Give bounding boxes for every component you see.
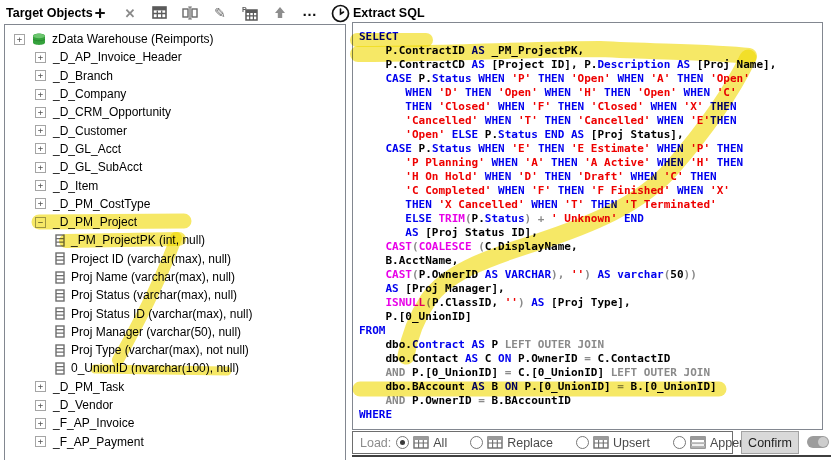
tree-item-proj[interactable]: Proj Status (varchar(max), null) xyxy=(5,286,345,304)
expand-icon[interactable]: + xyxy=(35,418,46,429)
expand-icon[interactable]: + xyxy=(35,381,46,392)
column-icon xyxy=(55,234,65,247)
tree-item-_d_pm_costtype[interactable]: +_D_PM_CostType xyxy=(5,195,345,213)
sql-line: 'P Planning' WHEN 'A' THEN 'A Active' WH… xyxy=(359,156,776,170)
sql-line: P.[0_UnionID] xyxy=(359,310,776,324)
expand-icon[interactable]: + xyxy=(35,180,46,191)
tree-item-proj[interactable]: Proj Manager (varchar(50), null) xyxy=(5,323,345,341)
expand-icon[interactable]: + xyxy=(35,162,46,173)
tree-item-_d_pm_task[interactable]: +_D_PM_Task xyxy=(5,378,345,396)
sql-line: 'Cancelled' WHEN 'T' THEN 'Cancelled' WH… xyxy=(359,114,776,128)
tree-item-proj[interactable]: Proj Type (varchar(max), not null) xyxy=(5,341,345,359)
tree-item-label: 0_UnionID (nvarchar(100), null) xyxy=(71,361,239,375)
column-icon xyxy=(55,325,65,338)
tree-item-_d_vendor[interactable]: +_D_Vendor xyxy=(5,396,345,414)
expand-icon[interactable]: + xyxy=(35,107,46,118)
tree-item-label: Proj Status ID (varchar(max), null) xyxy=(71,307,252,321)
expand-icon[interactable]: + xyxy=(35,70,46,81)
tree-item-_d_gl_acct[interactable]: +_D_GL_Acct xyxy=(5,140,345,158)
sql-line: 'Open' ELSE P.Status END AS [Proj Status… xyxy=(359,128,776,142)
tree-item-label: _D_Customer xyxy=(53,124,127,138)
sql-line: AS [Proj Status ID], xyxy=(359,226,776,240)
column-icon xyxy=(55,344,65,357)
load-option-replace[interactable]: Replace xyxy=(470,436,553,450)
expand-icon[interactable]: + xyxy=(35,89,46,100)
radio-selected-icon[interactable] xyxy=(396,436,409,449)
tree-item-_f_ap_payment[interactable]: +_F_AP_Payment xyxy=(5,433,345,451)
confirm-toggle[interactable] xyxy=(807,436,829,448)
column-icon xyxy=(55,307,65,320)
extract-sql-title: Extract SQL xyxy=(353,6,425,20)
radio-icon[interactable] xyxy=(576,436,589,449)
tree-item-zdata[interactable]: +zData Warehouse (Reimports) xyxy=(5,30,345,48)
tree-item-_d_ap_invoice_header[interactable]: +_D_AP_Invoice_Header xyxy=(5,48,345,66)
more-button[interactable]: … xyxy=(300,3,320,23)
tree-item-label: _D_GL_SubAcct xyxy=(53,160,142,174)
tree-item-label: _D_Company xyxy=(53,87,126,101)
delete-icon: ✕ xyxy=(125,7,136,20)
expand-icon[interactable]: + xyxy=(35,436,46,447)
collapse-icon[interactable]: − xyxy=(35,217,46,228)
tree-item-project[interactable]: Project ID (varchar(max), null) xyxy=(5,250,345,268)
tree-item-_pm_projectpk[interactable]: _PM_ProjectPK (int, null) xyxy=(5,231,345,249)
upload-icon xyxy=(273,6,287,20)
tree-item-_d_company[interactable]: +_D_Company xyxy=(5,85,345,103)
tree-item-label: _D_PM_Project xyxy=(53,215,137,229)
toggle-knob xyxy=(818,437,828,447)
expand-icon[interactable]: + xyxy=(14,34,25,45)
tree-item-label: _D_PM_CostType xyxy=(53,197,150,211)
sql-line: dbo.Contact AS C ON P.OwnerID = C.Contac… xyxy=(359,352,776,366)
sql-line: CASE P.Status WHEN 'P' THEN 'Open' WHEN … xyxy=(359,72,776,86)
sql-line: 'C Completed' WHEN 'F' THEN 'F Finished'… xyxy=(359,184,776,198)
load-option-upsert[interactable]: Upsert xyxy=(576,436,650,450)
tree-item-_d_crm_opportunity[interactable]: +_D_CRM_Opportunity xyxy=(5,103,345,121)
expand-icon[interactable]: + xyxy=(35,198,46,209)
tree-item-proj[interactable]: Proj Name (varchar(max), null) xyxy=(5,268,345,286)
sql-line: THEN 'Closed' WHEN 'F' THEN 'Closed' WHE… xyxy=(359,100,776,114)
load-option-all[interactable]: All xyxy=(396,436,447,450)
sql-line: dbo.BAccount AS B ON P.[0_UnionID] = B.[… xyxy=(359,380,776,394)
add-button[interactable]: + xyxy=(90,3,110,23)
radio-icon[interactable] xyxy=(470,436,483,449)
tree-item-0_unionid[interactable]: 0_UnionID (nvarchar(100), null) xyxy=(5,359,345,377)
tree-item-_d_branch[interactable]: +_D_Branch xyxy=(5,67,345,85)
sql-line: AND P.[0_UnionID] = C.[0_UnionID] LEFT O… xyxy=(359,366,776,380)
sql-editor[interactable]: SELECT P.ContractID AS _PM_ProjectPK, P.… xyxy=(352,22,823,430)
copy-table-button[interactable] xyxy=(180,3,200,23)
column-icon xyxy=(55,271,65,284)
upload-button[interactable] xyxy=(270,3,290,23)
sql-line: AND P.OwnerID = B.BAccountID xyxy=(359,394,776,408)
tree-item-_d_gl_subacct[interactable]: +_D_GL_SubAcct xyxy=(5,158,345,176)
tree-item-_f_ap_invoice[interactable]: +_F_AP_Invoice xyxy=(5,414,345,432)
tree-item-_d_customer[interactable]: +_D_Customer xyxy=(5,121,345,139)
copy-table-icon xyxy=(182,6,199,20)
load-option-label: Replace xyxy=(507,436,553,450)
history-button[interactable] xyxy=(330,3,350,23)
sql-line: 'H On Hold' WHEN 'D' THEN 'Draft' WHEN '… xyxy=(359,170,776,184)
sql-line: SELECT xyxy=(359,30,776,44)
target-objects-title: Target Objects xyxy=(6,6,93,20)
edit-button[interactable]: ✎ xyxy=(210,3,230,23)
tree-item-label: Proj Manager (varchar(50), null) xyxy=(71,325,241,339)
confirm-button[interactable]: Confirm xyxy=(741,431,799,454)
load-option-label: Upsert xyxy=(613,436,650,450)
radio-icon[interactable] xyxy=(673,436,686,449)
footer-divider xyxy=(352,455,831,457)
tree-item-label: Project ID (varchar(max), null) xyxy=(71,252,231,266)
expand-icon[interactable]: + xyxy=(35,143,46,154)
delete-button[interactable]: ✕ xyxy=(120,3,140,23)
tree-item-proj[interactable]: Proj Status ID (varchar(max), null) xyxy=(5,304,345,322)
expand-icon[interactable]: + xyxy=(35,125,46,136)
table-icon xyxy=(413,436,429,449)
sql-line: CASE P.Status WHEN 'E' THEN 'E Estimate'… xyxy=(359,142,776,156)
expand-icon[interactable]: + xyxy=(35,400,46,411)
table-button[interactable] xyxy=(150,3,170,23)
tree-item-_d_item[interactable]: +_D_Item xyxy=(5,176,345,194)
sql-line: AS [Proj Manager], xyxy=(359,282,776,296)
p-table-button[interactable]: P xyxy=(240,3,260,23)
expand-icon[interactable]: + xyxy=(35,52,46,63)
sql-line: CAST(COALESCE (C.DisplayName, xyxy=(359,240,776,254)
table-icon xyxy=(487,436,503,449)
tree-item-_d_pm_project[interactable]: −_D_PM_Project xyxy=(5,213,345,231)
tree-item-label: Proj Status (varchar(max), null) xyxy=(71,288,237,302)
